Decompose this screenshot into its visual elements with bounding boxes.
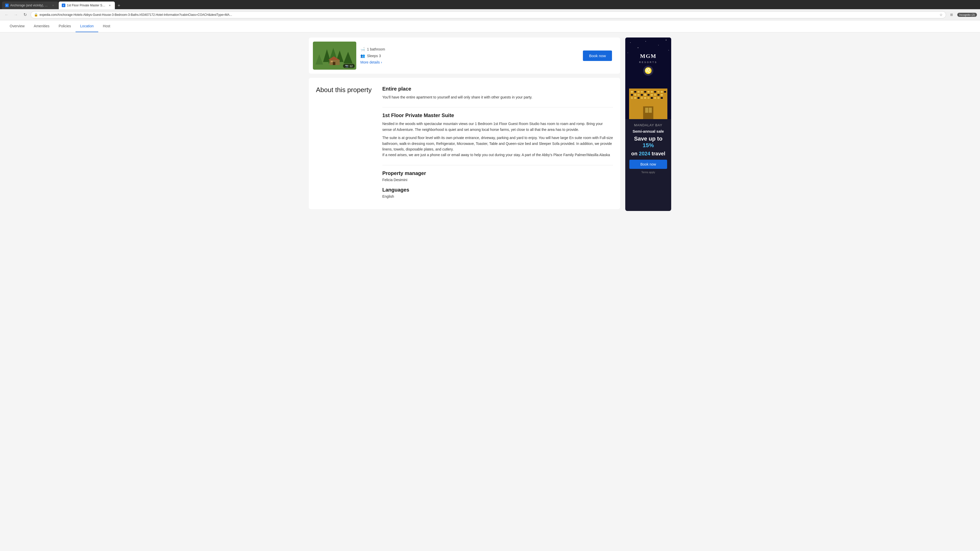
svg-rect-40 [651,94,653,96]
address-bar[interactable]: 🔒 expedia.com/Anchorage-Hotels-Abbys-Gue… [30,11,946,18]
svg-rect-44 [631,97,633,99]
address-bar-row: ← → ↻ 🔒 expedia.com/Anchorage-Hotels-Abb… [0,9,980,21]
svg-rect-48 [644,97,646,99]
about-right-panel: Entire place You'll have the entire apar… [382,86,613,201]
tab-favicon-anchorage: Z [5,3,9,7]
tab-title-suite: 1st Floor Private Master Suite [67,3,106,7]
languages-value: English [382,194,613,198]
ad-card[interactable]: MGM RESORTS ♌ [625,38,671,211]
incognito-badge: Incognito (2) [957,13,977,17]
content-area: 📷 12 🛁 1 bathroom 👥 Sleeps 3 More detail… [309,38,620,213]
svg-text:RESORTS: RESORTS [639,61,657,64]
svg-point-11 [630,42,631,43]
svg-rect-25 [638,91,640,93]
tab-suite[interactable]: Z 1st Floor Private Master Suite ✕ [59,2,115,9]
svg-rect-42 [657,94,659,96]
svg-rect-53 [661,97,663,99]
divider-2 [382,165,613,165]
svg-rect-56 [649,108,652,113]
book-now-button[interactable]: Book now [583,51,612,61]
svg-rect-51 [654,97,656,99]
nav-tab-overview[interactable]: Overview [5,21,29,32]
svg-rect-39 [648,94,649,96]
svg-rect-50 [651,97,653,99]
tab-close-suite[interactable]: ✕ [108,3,112,7]
languages-title: Languages [382,187,613,193]
tab-anchorage[interactable]: Z Anchorage (and vicinity), Alask... ✕ [2,2,58,9]
lock-icon: 🔒 [34,13,38,17]
svg-rect-9 [331,61,333,62]
suite-paragraph-2: The suite is at ground floor level with … [382,135,613,158]
svg-rect-43 [661,94,663,96]
ad-book-button[interactable]: Book now [629,160,667,169]
forward-button[interactable]: → [12,11,19,18]
svg-rect-46 [638,97,640,99]
ad-text-area: MANDALAY BAY Semi-annual sale Save up to… [625,119,671,211]
more-details-link[interactable]: More details › [360,60,575,64]
bookmark-icon[interactable]: ☆ [939,13,943,17]
entire-place-text: You'll have the entire apartment to your… [382,94,613,100]
about-left-panel: About this property [316,86,372,201]
new-tab-button[interactable]: + [115,2,123,9]
url-text: expedia.com/Anchorage-Hotels-Abbys-Guest… [40,13,938,17]
suite-title: 1st Floor Private Master Suite [382,113,613,118]
refresh-button[interactable]: ↻ [21,11,29,18]
suite-description: Nestled in the woods with spectacular mo… [382,121,613,158]
more-details-text: More details [360,60,380,64]
entire-place-description: You'll have the entire apartment to your… [382,94,613,100]
svg-rect-34 [631,94,633,96]
svg-rect-28 [648,91,649,93]
image-count-badge[interactable]: 📷 12 [343,64,355,68]
property-manager-section: Property manager Felicia Desimini [382,170,613,182]
property-image-container: 📷 12 [313,41,356,70]
tab-title-anchorage: Anchorage (and vicinity), Alask... [10,3,49,7]
svg-point-17 [668,50,669,51]
svg-point-15 [666,40,667,41]
svg-rect-37 [641,94,643,96]
ad-hotel-name: MANDALAY BAY [629,123,667,127]
svg-point-12 [638,48,638,48]
about-title: About this property [316,86,372,94]
svg-point-16 [628,52,628,53]
ad-discount-text: Save up to 15% [629,135,667,149]
svg-rect-41 [654,94,656,96]
nav-tab-host[interactable]: Host [98,21,115,32]
suite-paragraph-1: Nestled in the woods with spectacular mo… [382,121,613,132]
nav-tab-location[interactable]: Location [76,21,98,32]
back-button[interactable]: ← [3,11,10,18]
svg-rect-35 [634,94,636,96]
svg-rect-52 [657,97,659,99]
bathroom-label: 1 bathroom [367,47,385,51]
svg-point-13 [646,41,646,41]
nav-tab-policies[interactable]: Policies [54,21,76,32]
property-manager-name: Felicia Desimini [382,178,613,182]
svg-rect-49 [648,97,649,99]
nav-tab-amenities[interactable]: Amenities [29,21,54,32]
extensions-button[interactable]: ⊞ [948,11,955,18]
tab-close-anchorage[interactable]: ✕ [51,3,55,7]
svg-rect-36 [638,94,640,96]
svg-text:MGM: MGM [640,53,657,59]
entire-place-title: Entire place [382,86,613,92]
sidebar-advertisement: MGM RESORTS ♌ [625,38,671,213]
svg-rect-31 [657,91,659,93]
languages-section: Languages English [382,187,613,198]
property-card: 📷 12 🛁 1 bathroom 👥 Sleeps 3 More detail… [309,38,620,74]
svg-rect-26 [641,91,643,93]
bathroom-icon: 🛁 [360,47,365,52]
ad-year-highlight: 2024 [639,151,650,156]
bathroom-row: 🛁 1 bathroom [360,47,575,52]
svg-rect-23 [631,91,633,93]
property-details: 🛁 1 bathroom 👥 Sleeps 3 More details › [360,47,575,64]
property-manager-title: Property manager [382,170,613,176]
sleeps-row: 👥 Sleeps 3 [360,54,575,58]
svg-rect-29 [651,91,653,93]
svg-rect-24 [634,91,636,93]
camera-icon: 📷 [345,64,348,68]
svg-rect-32 [661,91,663,93]
ad-sale-text: Semi-annual sale [629,129,667,133]
site-nav: Overview Amenities Policies Location Hos… [0,21,980,32]
svg-rect-45 [634,97,636,99]
ad-terms: Terms apply [629,171,667,174]
tab-favicon-suite: Z [62,3,65,7]
